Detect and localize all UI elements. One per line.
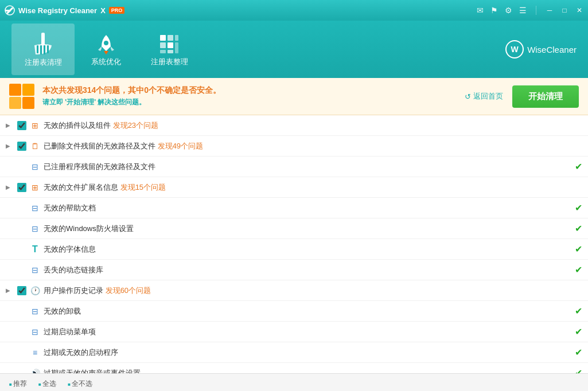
row-left: ▶ 🗒 已删除文件残留的无效路径及文件 发现49个问题 [6,141,568,151]
row-checkbox[interactable] [17,121,26,130]
close-button[interactable]: ✕ [575,6,583,14]
row-status: ✔ [568,244,582,255]
title-bar: Wise Registry Cleaner X PRO ✉ ⚑ ⚙ ☰ ─ □ … [0,0,588,21]
expand-arrow: ▶ [6,143,14,149]
maximize-button[interactable]: □ [560,6,568,14]
svg-point-8 [104,41,108,45]
title-bar-right: ✉ ⚑ ⚙ ☰ ─ □ ✕ [477,6,583,15]
deselect-all-link[interactable]: 全不选 [68,379,92,389]
table-row[interactable]: ▶ 🔊 过期或无效的声音或事件设置 ✔ [0,363,588,373]
recommend-link[interactable]: 推荐 [9,379,27,389]
title-bar-left: Wise Registry Cleaner X PRO [5,5,124,15]
sound-icon: 🔊 [30,368,40,374]
row-left: ▶ ⊟ 无效的Windows防火墙设置 [6,224,568,234]
row-text: 丢失的动态链接库 [44,265,103,275]
row-text: 已删除文件残留的无效路径及文件 发现49个问题 [44,141,203,151]
row-text: 无效的卸载 [44,306,81,316]
row-text: 过期或无效的声音或事件设置 [44,368,141,374]
toolbar-btn-registry-defrag[interactable]: 注册表整理 [138,24,201,75]
row-text: 用户操作历史记录 发现60个问题 [44,286,151,296]
row-status: ✔ [568,367,582,373]
svg-rect-15 [168,50,173,53]
table-row[interactable]: ▶ ⊟ 过期启动菜单项 ✔ [0,322,588,342]
svg-rect-7 [47,45,49,53]
row-status: ✔ [568,223,582,234]
row-text: 已注册程序残留的无效路径及文件 [44,162,155,172]
pro-badge: PRO [109,7,125,14]
dll-icon: ⊟ [30,265,40,275]
wisecleaner-circle-icon: W [505,40,524,58]
svg-rect-12 [160,42,166,48]
row-left: ▶ 🔊 过期或无效的声音或事件设置 [6,368,568,374]
row-status: ✔ [568,306,582,316]
table-row[interactable]: ▶ 🗒 已删除文件残留的无效路径及文件 发现49个问题 [0,136,588,157]
table-row[interactable]: ▶ ⊞ 无效的插件以及组件 发现23个问题 [0,115,588,136]
row-left: ▶ ⊞ 无效的文件扩展名信息 发现15个问题 [6,182,568,193]
plugin-icon: ⊞ [30,120,40,131]
banner: 本次共发现314个问题，其中0个不确定是否安全。 请立即 '开始清理' 解决这些… [0,78,588,115]
row-status: ✔ [568,326,582,337]
table-row[interactable]: ▶ ⊟ 无效的帮助文档 ✔ [0,198,588,218]
svg-rect-5 [40,45,42,54]
registered-program-icon: ⊟ [30,162,40,172]
svg-rect-3 [41,33,45,45]
minimize-button[interactable]: ─ [546,6,554,14]
uninstall-icon: ⊟ [30,306,40,316]
table-row[interactable]: ▶ ⊟ 丢失的动态链接库 ✔ [0,260,588,280]
toolbar: 注册表清理 系统优化 注册表整理 W WiseCleaner [0,21,588,78]
row-checkbox[interactable] [17,142,26,151]
banner-actions: ↺ 返回首页 开始清理 [465,85,579,108]
content-list: ▶ ⊞ 无效的插件以及组件 发现23个问题 ▶ 🗒 已删除文件残留的无效路径及文… [0,115,588,373]
row-status: ✔ [568,264,582,275]
svg-rect-14 [160,50,166,53]
table-row[interactable]: ▶ 🕐 用户操作历史记录 发现60个问题 [0,280,588,301]
start-clean-button[interactable]: 开始清理 [512,85,579,108]
row-checkbox[interactable] [17,286,26,295]
grid-icon [157,32,182,57]
svg-rect-4 [37,45,38,53]
svg-rect-10 [168,35,173,41]
row-status: ✔ [568,161,582,172]
settings-icon[interactable]: ⚙ [505,6,512,15]
row-text: 无效的帮助文档 [44,203,96,213]
banner-text: 本次共发现314个问题，其中0个不确定是否安全。 请立即 '开始清理' 解决这些… [42,85,457,107]
table-row[interactable]: ▶ ⊟ 无效的Windows防火墙设置 ✔ [0,218,588,239]
banner-warning-icon [9,84,34,109]
toolbar-btn-registry-clean[interactable]: 注册表清理 [11,24,75,75]
banner-sub: 请立即 '开始清理' 解决这些问题。 [42,97,457,107]
expand-arrow: ▶ [6,287,14,294]
return-home-button[interactable]: ↺ 返回首页 [465,91,503,101]
refresh-icon: ↺ [465,92,471,101]
row-status: ✔ [568,202,582,213]
row-checkbox[interactable] [17,183,26,192]
flag-icon[interactable]: ⚑ [490,6,498,15]
table-row[interactable]: ▶ ⊟ 已注册程序残留的无效路径及文件 ✔ [0,157,588,177]
help-doc-icon: ⊟ [30,203,40,213]
table-row[interactable]: ▶ ⊟ 无效的卸载 ✔ [0,301,588,322]
select-all-link[interactable]: 全选 [38,379,56,389]
svg-rect-11 [175,35,178,41]
app-logo-icon [5,5,15,15]
mail-icon[interactable]: ✉ [477,6,484,15]
row-left: ▶ T 无效的字体信息 [6,244,568,255]
app-version: X [100,6,106,15]
row-text: 无效的插件以及组件 发现23个问题 [44,120,158,131]
row-text: 过期启动菜单项 [44,327,96,337]
row-left: ▶ ⊟ 丢失的动态链接库 [6,265,568,275]
row-left: ▶ ≡ 过期或无效的启动程序 [6,347,568,358]
toolbar-label-system-optimize: 系统优化 [91,57,121,67]
row-left: ▶ ⊟ 无效的帮助文档 [6,203,568,213]
startup-program-icon: ≡ [30,347,40,358]
app-title: Wise Registry Cleaner [18,6,97,15]
table-row[interactable]: ▶ ⊞ 无效的文件扩展名信息 发现15个问题 [0,177,588,198]
toolbar-label-registry-defrag: 注册表整理 [151,57,188,67]
table-row[interactable]: ▶ ≡ 过期或无效的启动程序 ✔ [0,342,588,363]
menu-icon[interactable]: ☰ [519,6,527,15]
row-text: 无效的字体信息 [44,244,96,255]
table-row[interactable]: ▶ T 无效的字体信息 ✔ [0,239,588,260]
broom-icon [29,32,57,57]
row-text: 无效的Windows防火墙设置 [44,224,134,234]
wisecleaner-text: WiseCleaner [527,45,577,54]
wisecleaner-logo: W WiseCleaner [505,40,577,58]
toolbar-btn-system-optimize[interactable]: 系统优化 [75,24,138,75]
